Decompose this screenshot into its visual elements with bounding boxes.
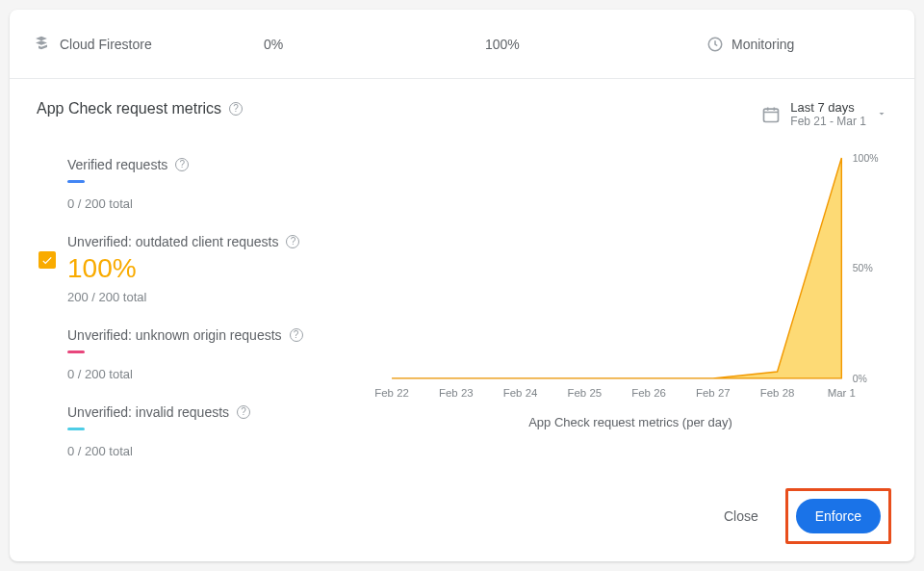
service-verified-pct: 0%	[264, 37, 485, 52]
chevron-down-icon	[876, 106, 887, 123]
dialog-card: Cloud Firestore 0% 100% Monitoring App C…	[10, 10, 914, 561]
date-range-label: Last 7 days	[790, 100, 866, 115]
service-total-pct: 100%	[485, 37, 706, 52]
svg-text:0%: 0%	[853, 374, 867, 384]
enforce-highlight: Enforce	[785, 488, 891, 544]
enforce-button[interactable]: Enforce	[796, 499, 881, 533]
svg-rect-1	[764, 109, 779, 121]
legend-unknown[interactable]: Unverified: unknown origin requests ? 0 …	[37, 318, 358, 395]
status-label: Monitoring	[732, 37, 794, 52]
legend-count: 200 / 200 total	[67, 290, 358, 304]
legend-percentage: 100%	[67, 253, 358, 284]
checkbox-checked-icon[interactable]	[38, 251, 56, 269]
help-icon[interactable]: ?	[229, 102, 243, 116]
legend: Verified requests ? 0 / 200 total Unveri…	[37, 147, 373, 472]
chart-svg: 100% 50% 0% Feb 22Feb 23Feb 24Feb 25Feb …	[373, 147, 887, 407]
svg-text:Feb 25: Feb 25	[568, 387, 603, 399]
date-range-picker[interactable]: Last 7 days Feb 21 - Mar 1	[761, 100, 887, 128]
dialog-footer: Close Enforce	[712, 488, 891, 544]
legend-invalid[interactable]: Unverified: invalid requests ? 0 / 200 t…	[37, 395, 358, 472]
clock-icon	[706, 36, 724, 53]
firestore-icon	[33, 36, 50, 53]
service-row: Cloud Firestore 0% 100% Monitoring	[10, 10, 914, 79]
help-icon[interactable]: ?	[286, 235, 299, 248]
svg-text:Feb 22: Feb 22	[374, 387, 409, 399]
svg-text:Mar 1: Mar 1	[828, 387, 856, 399]
service-label: Cloud Firestore	[60, 37, 152, 52]
close-button[interactable]: Close	[712, 501, 770, 532]
service-name: Cloud Firestore	[33, 36, 264, 53]
section-title: App Check request metrics ?	[37, 100, 243, 117]
svg-text:Feb 24: Feb 24	[503, 387, 538, 399]
legend-verified[interactable]: Verified requests ? 0 / 200 total	[37, 147, 358, 224]
legend-outdated[interactable]: Unverified: outdated client requests ? 1…	[37, 224, 358, 318]
legend-count: 0 / 200 total	[67, 367, 358, 381]
legend-count: 0 / 200 total	[67, 196, 358, 211]
chart-caption: App Check request metrics (per day)	[373, 415, 887, 429]
svg-text:Feb 26: Feb 26	[631, 387, 666, 399]
svg-text:50%: 50%	[853, 263, 873, 273]
help-icon[interactable]: ?	[290, 328, 303, 342]
chart: 100% 50% 0% Feb 22Feb 23Feb 24Feb 25Feb …	[373, 147, 887, 446]
legend-swatch	[67, 350, 85, 353]
svg-text:Feb 28: Feb 28	[760, 387, 795, 399]
legend-swatch	[67, 428, 85, 430]
svg-text:Feb 23: Feb 23	[439, 387, 474, 399]
legend-count: 0 / 200 total	[67, 444, 358, 458]
legend-swatch	[67, 180, 85, 183]
calendar-icon	[761, 105, 781, 124]
service-status: Monitoring	[706, 36, 794, 53]
help-icon[interactable]: ?	[175, 158, 189, 171]
svg-text:Feb 27: Feb 27	[696, 387, 731, 399]
date-range-sub: Feb 21 - Mar 1	[790, 115, 866, 128]
svg-text:100%: 100%	[853, 153, 879, 164]
help-icon[interactable]: ?	[237, 405, 250, 419]
